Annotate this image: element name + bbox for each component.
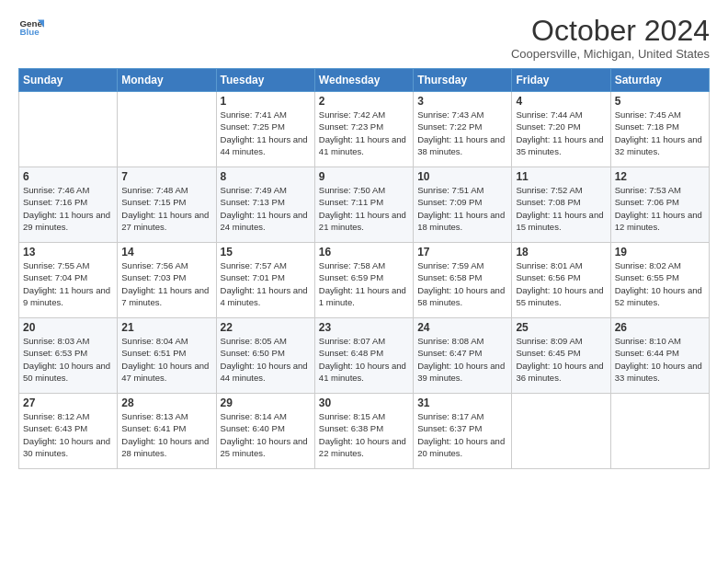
day-number: 7 bbox=[121, 170, 211, 183]
day-info: Sunrise: 7:42 AMSunset: 7:23 PMDaylight:… bbox=[319, 109, 409, 157]
day-info: Sunrise: 7:56 AMSunset: 7:03 PMDaylight:… bbox=[121, 259, 211, 308]
calendar-cell: 7Sunrise: 7:48 AMSunset: 7:15 PMDaylight… bbox=[118, 167, 216, 243]
calendar-header-row: SundayMondayTuesdayWednesdayThursdayFrid… bbox=[19, 69, 710, 92]
calendar-cell: 31Sunrise: 8:17 AMSunset: 6:37 PMDayligh… bbox=[414, 394, 512, 469]
day-number: 12 bbox=[615, 170, 705, 183]
day-number: 3 bbox=[417, 95, 507, 108]
calendar-cell: 21Sunrise: 8:04 AMSunset: 6:51 PMDayligh… bbox=[118, 318, 216, 394]
calendar-cell: 27Sunrise: 8:12 AMSunset: 6:43 PMDayligh… bbox=[19, 394, 118, 469]
calendar-cell: 28Sunrise: 8:13 AMSunset: 6:41 PMDayligh… bbox=[118, 394, 216, 469]
day-number: 21 bbox=[121, 321, 211, 334]
day-info: Sunrise: 8:08 AMSunset: 6:47 PMDaylight:… bbox=[417, 335, 507, 384]
logo-icon: General Blue bbox=[18, 15, 44, 40]
day-number: 25 bbox=[516, 321, 606, 334]
day-number: 5 bbox=[615, 95, 705, 108]
svg-text:Blue: Blue bbox=[19, 27, 40, 37]
header-saturday: Saturday bbox=[610, 69, 709, 92]
calendar-cell bbox=[19, 92, 118, 167]
calendar-cell: 20Sunrise: 8:03 AMSunset: 6:53 PMDayligh… bbox=[19, 318, 118, 394]
day-number: 13 bbox=[23, 246, 113, 259]
calendar-cell: 12Sunrise: 7:53 AMSunset: 7:06 PMDayligh… bbox=[610, 167, 709, 243]
calendar-cell: 15Sunrise: 7:57 AMSunset: 7:01 PMDayligh… bbox=[216, 243, 314, 318]
calendar-cell: 26Sunrise: 8:10 AMSunset: 6:44 PMDayligh… bbox=[610, 318, 709, 394]
calendar-cell: 8Sunrise: 7:49 AMSunset: 7:13 PMDaylight… bbox=[216, 167, 314, 243]
day-number: 31 bbox=[417, 396, 507, 409]
day-number: 24 bbox=[417, 321, 507, 334]
calendar-cell: 1Sunrise: 7:41 AMSunset: 7:25 PMDaylight… bbox=[216, 92, 314, 167]
day-number: 27 bbox=[23, 396, 113, 409]
calendar-cell: 11Sunrise: 7:52 AMSunset: 7:08 PMDayligh… bbox=[512, 167, 610, 243]
calendar-week-1: 1Sunrise: 7:41 AMSunset: 7:25 PMDaylight… bbox=[19, 92, 710, 167]
calendar-cell: 2Sunrise: 7:42 AMSunset: 7:23 PMDaylight… bbox=[314, 92, 413, 167]
header-friday: Friday bbox=[512, 69, 610, 92]
day-info: Sunrise: 7:46 AMSunset: 7:16 PMDaylight:… bbox=[23, 184, 113, 233]
calendar-cell: 18Sunrise: 8:01 AMSunset: 6:56 PMDayligh… bbox=[512, 243, 610, 318]
day-info: Sunrise: 8:09 AMSunset: 6:45 PMDaylight:… bbox=[516, 335, 606, 384]
day-info: Sunrise: 7:45 AMSunset: 7:18 PMDaylight:… bbox=[615, 109, 705, 157]
day-info: Sunrise: 7:41 AMSunset: 7:25 PMDaylight:… bbox=[221, 109, 311, 157]
day-number: 14 bbox=[121, 246, 211, 259]
day-info: Sunrise: 8:17 AMSunset: 6:37 PMDaylight:… bbox=[417, 410, 507, 459]
day-info: Sunrise: 7:50 AMSunset: 7:11 PMDaylight:… bbox=[319, 184, 409, 233]
day-info: Sunrise: 8:01 AMSunset: 6:56 PMDaylight:… bbox=[516, 259, 606, 308]
day-info: Sunrise: 8:04 AMSunset: 6:51 PMDaylight:… bbox=[121, 335, 211, 384]
day-info: Sunrise: 8:15 AMSunset: 6:38 PMDaylight:… bbox=[319, 410, 409, 459]
calendar-cell bbox=[512, 394, 610, 469]
day-info: Sunrise: 8:05 AMSunset: 6:50 PMDaylight:… bbox=[221, 335, 311, 384]
header-thursday: Thursday bbox=[414, 69, 512, 92]
month-title: October 2024 bbox=[511, 15, 710, 47]
day-number: 8 bbox=[221, 170, 311, 183]
day-info: Sunrise: 8:03 AMSunset: 6:53 PMDaylight:… bbox=[23, 335, 113, 384]
calendar-cell: 24Sunrise: 8:08 AMSunset: 6:47 PMDayligh… bbox=[414, 318, 512, 394]
logo: General Blue bbox=[18, 15, 44, 40]
day-info: Sunrise: 7:55 AMSunset: 7:04 PMDaylight:… bbox=[23, 259, 113, 308]
day-info: Sunrise: 8:14 AMSunset: 6:40 PMDaylight:… bbox=[221, 410, 311, 459]
day-info: Sunrise: 7:44 AMSunset: 7:20 PMDaylight:… bbox=[516, 109, 606, 157]
day-number: 6 bbox=[23, 170, 113, 183]
calendar-cell: 16Sunrise: 7:58 AMSunset: 6:59 PMDayligh… bbox=[314, 243, 413, 318]
calendar-cell: 23Sunrise: 8:07 AMSunset: 6:48 PMDayligh… bbox=[314, 318, 413, 394]
day-number: 28 bbox=[121, 396, 211, 409]
day-number: 20 bbox=[23, 321, 113, 334]
day-number: 29 bbox=[221, 396, 311, 409]
day-number: 23 bbox=[319, 321, 409, 334]
calendar: SundayMondayTuesdayWednesdayThursdayFrid… bbox=[18, 68, 710, 469]
day-number: 26 bbox=[615, 321, 705, 334]
day-number: 16 bbox=[319, 246, 409, 259]
calendar-cell bbox=[118, 92, 216, 167]
day-number: 30 bbox=[319, 396, 409, 409]
day-info: Sunrise: 7:59 AMSunset: 6:58 PMDaylight:… bbox=[417, 259, 507, 308]
day-info: Sunrise: 8:10 AMSunset: 6:44 PMDaylight:… bbox=[615, 335, 705, 384]
day-number: 22 bbox=[221, 321, 311, 334]
calendar-cell: 6Sunrise: 7:46 AMSunset: 7:16 PMDaylight… bbox=[19, 167, 118, 243]
calendar-week-5: 27Sunrise: 8:12 AMSunset: 6:43 PMDayligh… bbox=[19, 394, 710, 469]
header-tuesday: Tuesday bbox=[216, 69, 314, 92]
calendar-cell: 29Sunrise: 8:14 AMSunset: 6:40 PMDayligh… bbox=[216, 394, 314, 469]
calendar-cell: 13Sunrise: 7:55 AMSunset: 7:04 PMDayligh… bbox=[19, 243, 118, 318]
day-info: Sunrise: 7:58 AMSunset: 6:59 PMDaylight:… bbox=[319, 259, 409, 308]
calendar-cell: 10Sunrise: 7:51 AMSunset: 7:09 PMDayligh… bbox=[414, 167, 512, 243]
calendar-cell: 25Sunrise: 8:09 AMSunset: 6:45 PMDayligh… bbox=[512, 318, 610, 394]
calendar-week-3: 13Sunrise: 7:55 AMSunset: 7:04 PMDayligh… bbox=[19, 243, 710, 318]
day-number: 2 bbox=[319, 95, 409, 108]
calendar-cell: 14Sunrise: 7:56 AMSunset: 7:03 PMDayligh… bbox=[118, 243, 216, 318]
calendar-cell: 4Sunrise: 7:44 AMSunset: 7:20 PMDaylight… bbox=[512, 92, 610, 167]
day-info: Sunrise: 8:12 AMSunset: 6:43 PMDaylight:… bbox=[23, 410, 113, 459]
title-area: October 2024 Coopersville, Michigan, Uni… bbox=[511, 15, 710, 61]
calendar-week-2: 6Sunrise: 7:46 AMSunset: 7:16 PMDaylight… bbox=[19, 167, 710, 243]
calendar-cell: 30Sunrise: 8:15 AMSunset: 6:38 PMDayligh… bbox=[314, 394, 413, 469]
day-number: 17 bbox=[417, 246, 507, 259]
header-wednesday: Wednesday bbox=[314, 69, 413, 92]
day-number: 4 bbox=[516, 95, 606, 108]
day-info: Sunrise: 8:02 AMSunset: 6:55 PMDaylight:… bbox=[615, 259, 705, 308]
day-number: 9 bbox=[319, 170, 409, 183]
day-info: Sunrise: 7:51 AMSunset: 7:09 PMDaylight:… bbox=[417, 184, 507, 233]
calendar-cell: 19Sunrise: 8:02 AMSunset: 6:55 PMDayligh… bbox=[610, 243, 709, 318]
calendar-cell: 3Sunrise: 7:43 AMSunset: 7:22 PMDaylight… bbox=[414, 92, 512, 167]
calendar-cell bbox=[610, 394, 709, 469]
page-header: General Blue October 2024 Coopersville, … bbox=[18, 15, 710, 61]
day-number: 18 bbox=[516, 246, 606, 259]
day-number: 10 bbox=[417, 170, 507, 183]
day-number: 19 bbox=[615, 246, 705, 259]
day-number: 15 bbox=[221, 246, 311, 259]
